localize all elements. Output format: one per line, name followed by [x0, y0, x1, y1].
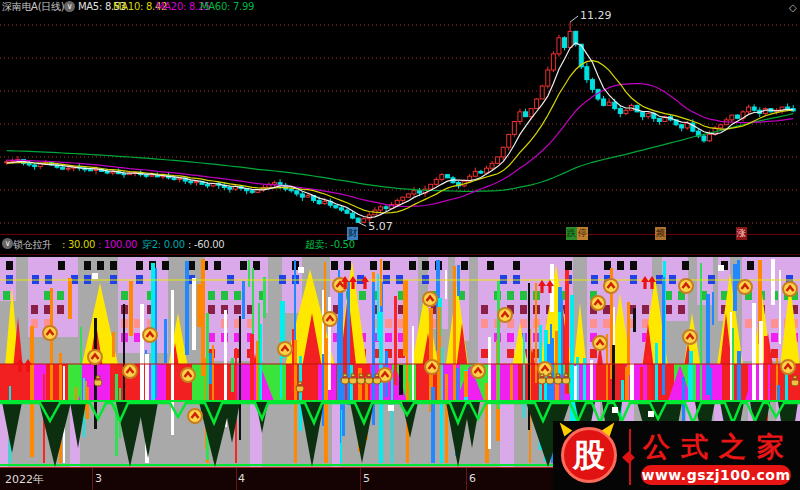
gold-signal-icon	[181, 368, 195, 382]
gold-signal-icon	[425, 360, 439, 374]
indicator-param-2: : 100.00	[98, 236, 137, 253]
svg-text:11.29: 11.29	[580, 9, 612, 22]
gold-signal-icon	[593, 336, 607, 350]
diamond-icon[interactable]: ◇	[789, 2, 797, 13]
logo-url: www.gszj100.com	[641, 465, 791, 485]
indicator-header: ∨ 锁仓拉升 : 30.00: 100.00穿2: 0.00: -60.00超卖…	[0, 234, 800, 255]
svg-text:5.07: 5.07	[368, 220, 393, 233]
logo-site-name: 公式之家	[643, 429, 793, 465]
axis-month-label: 6	[469, 472, 476, 485]
chart-event-badge: 频	[655, 227, 666, 240]
chart-event-badge: 跌	[566, 227, 577, 240]
candlestick-chart[interactable]: 11.295.07	[0, 0, 800, 233]
axis-separator	[466, 468, 467, 490]
gold-signal-icon	[43, 326, 57, 340]
gold-signal-icon	[88, 350, 102, 364]
axis-month-label: 5	[363, 472, 370, 485]
indicator-param-1: : 30.00	[62, 236, 95, 253]
chart-event-badge: 财	[347, 227, 358, 240]
gold-signal-icon	[323, 312, 337, 326]
gold-signal-icon	[278, 342, 292, 356]
gold-signal-icon	[498, 308, 512, 322]
gold-signal-icon	[738, 280, 752, 294]
indicator-name[interactable]: 锁仓拉升	[13, 236, 52, 253]
gold-signal-icon	[423, 292, 437, 306]
chart-event-badge: 涨	[736, 227, 747, 240]
gold-signal-icon	[679, 279, 693, 293]
gold-signal-icon	[188, 409, 202, 423]
axis-separator	[360, 468, 361, 490]
watermark-logo: 股 公式之家 www.gszj100.com	[553, 421, 800, 490]
axis-month-label: 4	[238, 472, 245, 485]
indicator-param-3: 穿2: 0.00	[142, 236, 185, 253]
gold-signal-icon	[123, 364, 137, 378]
trading-app-window: 深南电A(日线) ∨ MA5: 8.53MA10: 8.42MA20: 8.25…	[0, 0, 800, 490]
axis-separator	[236, 468, 237, 490]
indicator-param-4: : -60.00	[188, 236, 224, 253]
gold-signal-icon	[143, 328, 157, 342]
gold-signal-icon	[783, 282, 797, 296]
gold-signal-icon	[604, 279, 618, 293]
chart-event-badge: 停	[577, 227, 588, 240]
logo-diamond-icon	[622, 451, 635, 464]
gold-signal-icon	[683, 330, 697, 344]
gold-signal-icon	[781, 360, 795, 374]
axis-month-label: 3	[95, 472, 102, 485]
gold-signal-icon	[591, 296, 605, 310]
axis-separator	[92, 468, 93, 490]
gold-signal-icon	[471, 364, 485, 378]
axis-year-label: 2022年	[5, 472, 44, 487]
